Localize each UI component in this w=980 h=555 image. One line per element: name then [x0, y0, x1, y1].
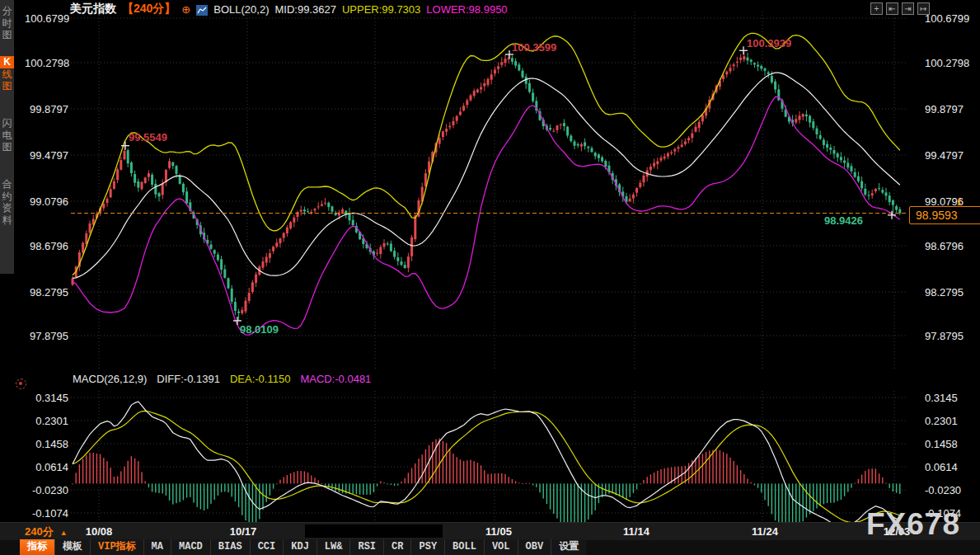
macd-dea-value: DEA:-0.1150 [230, 373, 290, 385]
tab-vol[interactable]: VOL [484, 539, 518, 555]
macd-header: MACD(26,12,9) DIFF:-0.1391 DEA:-0.1150 M… [73, 373, 371, 385]
tab-bias[interactable]: BIAS [210, 539, 250, 555]
tab-cci[interactable]: CCI [250, 539, 284, 555]
tab-templates[interactable]: 模板 [54, 539, 90, 555]
period-label: 【240分】 [122, 2, 176, 16]
tab-settings[interactable]: 设置 [551, 539, 586, 555]
boll-params: BOLL(20,2) [213, 3, 269, 16]
tab-indicators[interactable]: 指标 [20, 539, 54, 555]
time-axis-row [0, 522, 980, 540]
tab-cr[interactable]: CR [383, 539, 410, 555]
sidebar-item-flash-chart[interactable]: 闪电图 [0, 117, 14, 153]
current-price-box: 98.9593 [909, 206, 980, 224]
symbol-name: 美元指数 [70, 2, 116, 16]
trading-terminal: 分时图K线图闪电图合约资料 美元指数 【240分】 ⊕ BOLL(20,2) M… [0, 0, 980, 555]
axis-zoom-left-icon[interactable]: ⇤ [886, 2, 898, 15]
boll-lower-value: LOWER:98.9950 [426, 3, 507, 16]
period-selector[interactable]: 240分▲ [25, 524, 68, 539]
sidebar: 分时图K线图闪电图合约资料 [0, 0, 14, 274]
tab-lwr[interactable]: LW& [317, 539, 350, 555]
sidebar-item-kline-chart[interactable]: K线图 [0, 56, 14, 92]
tab-vip-indicators[interactable]: VIP指标 [90, 539, 143, 555]
tab-macd[interactable]: MACD [171, 539, 210, 555]
tab-boll[interactable]: BOLL [444, 539, 484, 555]
chart-tools: +⇤⇥↦ [870, 2, 930, 15]
line-chart-icon [196, 4, 208, 15]
boll-upper-value: UPPER:99.7303 [342, 3, 420, 16]
indicator-toolbar: 指标模板VIP指标MAMACDBIASCCIKDJLW&RSICRPSYBOLL… [20, 539, 586, 555]
pan-icon[interactable]: + [870, 2, 883, 15]
tab-ma[interactable]: MA [143, 539, 171, 555]
add-overlay-icon[interactable]: ⊕ [181, 3, 190, 16]
macd-hist-value: MACD:-0.0481 [300, 373, 371, 385]
axis-zoom-right-icon[interactable]: ⇥ [902, 2, 914, 15]
tab-rsi[interactable]: RSI [349, 539, 383, 555]
macd-diff-value: DIFF:-0.1391 [157, 373, 220, 385]
chart-canvas[interactable] [0, 0, 980, 555]
tab-kdj[interactable]: KDJ [283, 539, 317, 555]
boll-mid-value: MID:99.3627 [274, 3, 335, 16]
sidebar-item-time-chart[interactable]: 分时图 [0, 5, 14, 41]
redacted-box [305, 524, 443, 538]
sidebar-item-contract-info[interactable]: 合约资料 [0, 178, 14, 226]
macd-params: MACD(26,12,9) [73, 373, 147, 385]
tab-psy[interactable]: PSY [410, 539, 444, 555]
chevron-up-icon: ▲ [60, 529, 68, 537]
price-up-arrows-icon: ▲▲ [956, 197, 963, 205]
tab-obv[interactable]: OBV [518, 539, 551, 555]
crosshair-target-icon[interactable] [16, 379, 26, 389]
shift-right-icon[interactable]: ↦ [917, 2, 930, 15]
chart-header: 美元指数 【240分】 ⊕ BOLL(20,2) MID:99.3627 UPP… [70, 2, 508, 16]
